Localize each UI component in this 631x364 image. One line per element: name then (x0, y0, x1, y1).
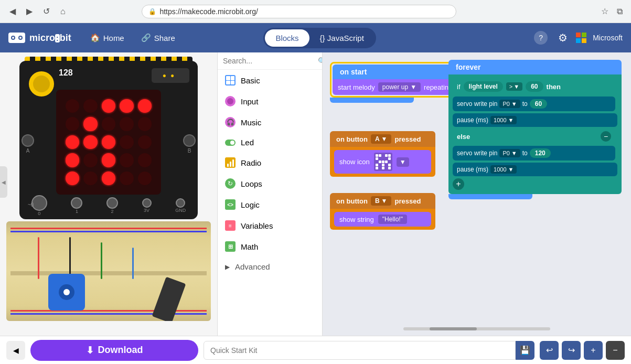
pause2-label: pause (ms) (457, 166, 488, 173)
zoom-out-button[interactable]: − (606, 341, 625, 360)
compare-value[interactable]: 60 (526, 81, 543, 92)
light-level-block[interactable]: light level (464, 81, 503, 92)
servo2-block[interactable]: servo write pin P0 ▼ to 120 (453, 146, 615, 160)
pause2-block[interactable]: pause (ms) 1000 ▼ (453, 163, 617, 176)
workspace[interactable]: on start start melody power up ▼ repeati… (323, 52, 631, 336)
servo2-value[interactable]: 120 (530, 148, 551, 158)
button-a-area: A (22, 134, 34, 154)
pin-1-circle[interactable] (71, 197, 82, 209)
collapse-button[interactable]: ◀ (6, 341, 25, 360)
led-dot (102, 153, 115, 167)
download-button[interactable]: ⬇ Download (30, 340, 198, 361)
share-nav-button[interactable]: 🔗 Share (135, 30, 181, 46)
led-dot (102, 172, 115, 185)
input-icon (225, 96, 236, 106)
sidebar-item-math[interactable]: ⊞ Math (218, 236, 322, 257)
home-nav-button[interactable]: 🏠 Home (84, 30, 131, 46)
home-button[interactable]: ⌂ (57, 5, 69, 18)
compare-dropdown[interactable]: > ▼ (506, 82, 522, 91)
led-matrix (56, 90, 161, 195)
on-button-a-block[interactable]: on button A ▼ pressed show icon (330, 131, 435, 177)
pin-0-label: 0 (38, 211, 40, 216)
led-dot (66, 117, 79, 131)
servo1-pin-dropdown[interactable]: P0 ▼ (499, 100, 520, 108)
button-b[interactable] (183, 134, 196, 147)
microbit-device: 128 ●● (19, 57, 198, 219)
button-b-body: show string "Hello!" (330, 209, 435, 230)
loops-label: Loops (241, 179, 262, 188)
horizontal-scrollbar[interactable] (403, 327, 550, 330)
simulator-panel: 128 ●● (0, 52, 218, 336)
else-block: else − (453, 129, 615, 144)
power-rail-blue-top (10, 231, 207, 232)
back-button[interactable]: ◀ (6, 4, 19, 18)
sidebar-item-input[interactable]: Input (218, 91, 322, 112)
led-dot (66, 153, 79, 167)
tabs-button[interactable]: ⧉ (615, 4, 625, 18)
address-bar[interactable]: 🔒 https://makecode.microbit.org/ (142, 5, 456, 18)
servo-component (48, 274, 85, 311)
else-minus-button[interactable]: − (601, 131, 611, 142)
led-label: Led (241, 138, 254, 147)
blocks-tab[interactable]: Blocks (265, 29, 309, 47)
pin-2-circle[interactable] (106, 197, 118, 209)
search-button[interactable]: 🔍 (318, 57, 323, 65)
if-plus-button[interactable]: + (453, 178, 464, 190)
else-label: else (457, 133, 470, 141)
help-button[interactable]: ? (532, 29, 550, 47)
logic-label: Logic (241, 200, 260, 209)
sidebar-item-basic[interactable]: Basic (218, 70, 322, 91)
servo1-value[interactable]: 60 (530, 99, 547, 109)
zoom-in-button[interactable]: + (584, 341, 603, 360)
browser-bar: ◀ ▶ ↺ ⌂ 🔒 https://makecode.microbit.org/… (0, 0, 631, 23)
quick-start-input[interactable] (204, 341, 516, 360)
redo-button[interactable]: ↪ (562, 341, 581, 360)
pause2-val: 1000 (494, 166, 506, 173)
sidebar-item-loops[interactable]: ↻ Loops (218, 173, 322, 194)
qsk-button[interactable]: 💾 (516, 341, 534, 360)
pause2-dropdown[interactable]: 1000 ▼ (490, 165, 517, 174)
button-a[interactable] (22, 134, 34, 147)
melody-dropdown-arrow: ▼ (410, 83, 416, 91)
pause1-dropdown[interactable]: 1000 ▼ (490, 116, 517, 124)
then-label: then (547, 83, 561, 91)
forever-header: forever (448, 60, 622, 74)
power-up-dropdown[interactable]: power up ▼ (378, 82, 421, 92)
power-rail-blue-bottom (10, 313, 207, 315)
radio-icon (225, 157, 236, 168)
sidebar-item-advanced[interactable]: ▶ Advanced (218, 257, 322, 276)
show-string-block[interactable]: show string "Hello!" (334, 212, 431, 227)
icon-dropdown[interactable]: ▼ (397, 157, 409, 167)
button-b-dropdown[interactable]: B ▼ (371, 196, 392, 206)
music-icon: 🎧 (225, 117, 236, 127)
star-button[interactable]: ☆ (599, 4, 611, 18)
search-input[interactable] (223, 57, 315, 65)
undo-button[interactable]: ↩ (540, 341, 559, 360)
servo1-block[interactable]: servo write pin P0 ▼ to 60 (453, 97, 615, 111)
melody-label: start melody (338, 83, 375, 91)
forever-block[interactable]: forever if light level > ▼ (448, 60, 622, 199)
led-dot (138, 153, 152, 167)
sidebar-item-variables[interactable]: ≡ Variables (218, 215, 322, 236)
button-a-value: A (375, 135, 380, 143)
servo2-label: servo write pin (457, 149, 497, 157)
refresh-button[interactable]: ↺ (40, 4, 53, 18)
sidebar-item-music[interactable]: 🎧 Music (218, 112, 322, 133)
scrollbar-thumb[interactable] (430, 327, 477, 330)
servo2-pin-dropdown[interactable]: P0 ▼ (499, 149, 520, 157)
sidebar-item-radio[interactable]: Radio (218, 152, 322, 173)
sidebar-item-led[interactable]: Led (218, 133, 322, 152)
button-a-dropdown[interactable]: A ▼ (371, 134, 392, 144)
string-value[interactable]: "Hello!" (378, 215, 407, 224)
on-button-b-block[interactable]: on button B ▼ pressed show string "Hello… (330, 193, 435, 230)
led-dot (138, 135, 152, 149)
settings-button[interactable]: ⚙ (556, 29, 570, 46)
sidebar-item-logic[interactable]: <> Logic (218, 194, 322, 215)
show-icon-block[interactable]: show icon (334, 150, 431, 174)
forward-button[interactable]: ▶ (23, 4, 36, 18)
pause1-block[interactable]: pause (ms) 1000 ▼ (453, 113, 617, 127)
pressed-label-a: pressed (394, 135, 421, 143)
led-dot (102, 99, 115, 113)
javascript-tab[interactable]: {} JavaScript (309, 29, 375, 47)
blocks-sidebar: 🔍 Basic Input 🎧 Music (218, 52, 323, 336)
